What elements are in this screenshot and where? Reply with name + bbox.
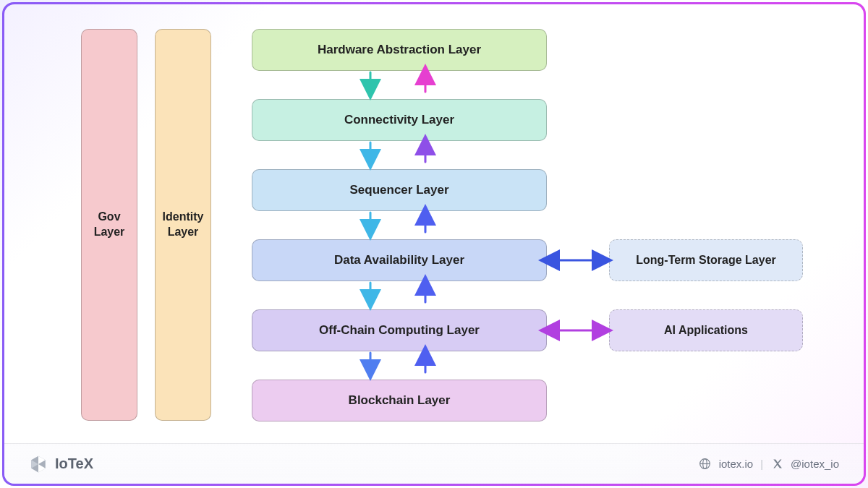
- site-link[interactable]: iotex.io: [719, 458, 754, 470]
- sequencer-label: Sequencer Layer: [349, 183, 448, 197]
- brand-name: IoTeX: [55, 455, 93, 472]
- connectivity-label: Connectivity Layer: [344, 113, 454, 127]
- blockchain-label: Blockchain Layer: [349, 393, 451, 408]
- off-chain-computing-layer: Off-Chain Computing Layer: [252, 309, 547, 351]
- footer-links: iotex.io | @iotex_io: [699, 458, 839, 471]
- storage-label: Long-Term Storage Layer: [636, 254, 776, 267]
- data-availability-label: Data Availability Layer: [334, 253, 464, 267]
- diagram-canvas: Gov Layer Identity Layer Hardware Abstra…: [4, 4, 864, 484]
- data-availability-layer: Data Availability Layer: [252, 239, 547, 281]
- brand: IoTeX: [29, 455, 93, 474]
- blockchain-layer: Blockchain Layer: [252, 380, 547, 421]
- offchain-label: Off-Chain Computing Layer: [319, 323, 480, 338]
- gov-layer-pillar: Gov Layer: [81, 29, 137, 421]
- ai-applications: AI Applications: [609, 309, 803, 351]
- iotex-logo-icon: [29, 455, 48, 474]
- ai-label: AI Applications: [664, 324, 748, 337]
- x-icon: [770, 458, 783, 471]
- social-handle[interactable]: @iotex_io: [791, 458, 839, 470]
- hardware-label: Hardware Abstraction Layer: [318, 43, 481, 57]
- footer-separator: |: [760, 458, 763, 470]
- long-term-storage-layer: Long-Term Storage Layer: [609, 239, 803, 281]
- gov-layer-label: Gov Layer: [94, 210, 125, 240]
- identity-layer-label: Identity Layer: [163, 210, 204, 240]
- hardware-abstraction-layer: Hardware Abstraction Layer: [252, 29, 547, 71]
- identity-layer-pillar: Identity Layer: [155, 29, 211, 421]
- footer-bar: IoTeX iotex.io | @iotex_io: [4, 443, 864, 484]
- sequencer-layer: Sequencer Layer: [252, 169, 547, 211]
- connectivity-layer: Connectivity Layer: [252, 99, 547, 141]
- globe-icon: [699, 458, 712, 471]
